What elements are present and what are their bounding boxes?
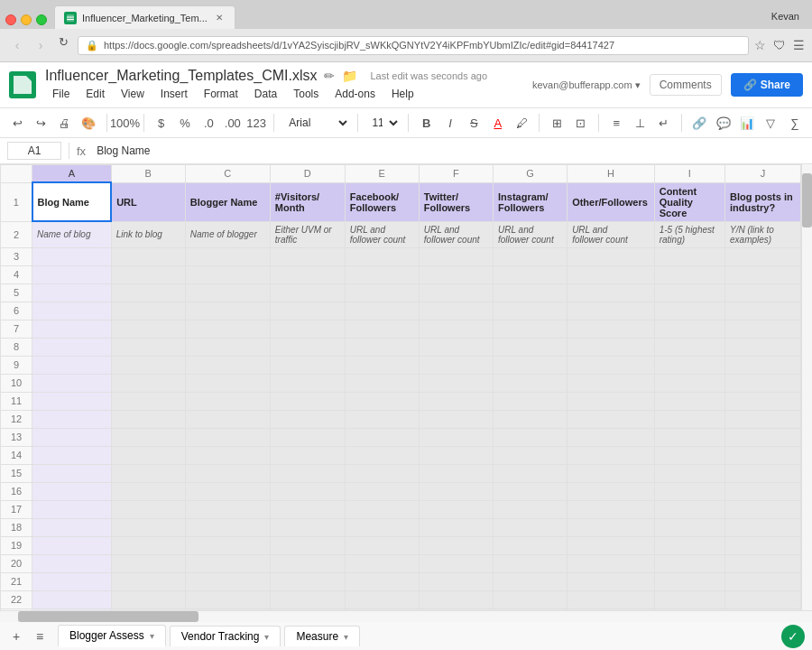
cell-H15[interactable]: [567, 464, 655, 482]
col-header-i[interactable]: I: [654, 165, 724, 183]
cell-D6[interactable]: [270, 302, 345, 320]
cell-H10[interactable]: [567, 374, 655, 392]
cell-I8[interactable]: [654, 338, 724, 356]
cell-E3[interactable]: [345, 247, 419, 265]
cell-I4[interactable]: [654, 265, 724, 283]
cell-J11[interactable]: [725, 392, 801, 410]
cell-D13[interactable]: [270, 428, 345, 446]
cell-H3[interactable]: [567, 247, 655, 265]
cell-H8[interactable]: [567, 338, 655, 356]
cell-C4[interactable]: [185, 265, 270, 283]
sheet-tab-vendor-tracking[interactable]: Vendor Tracking ▾: [170, 626, 281, 646]
cell-G7[interactable]: [493, 320, 567, 338]
cell-D5[interactable]: [270, 283, 345, 302]
cell-E14[interactable]: [345, 446, 419, 464]
cell-F20[interactable]: [419, 554, 493, 572]
font-selector[interactable]: Arial: [281, 114, 349, 132]
cell-F16[interactable]: [419, 482, 493, 500]
cell-H16[interactable]: [567, 482, 655, 500]
cell-F22[interactable]: [419, 590, 493, 608]
cell-I6[interactable]: [654, 302, 724, 320]
cell-B9[interactable]: [111, 356, 185, 374]
cell-A13[interactable]: [32, 428, 112, 446]
cell-D9[interactable]: [270, 356, 345, 374]
cell-C20[interactable]: [185, 554, 270, 572]
cell-C18[interactable]: [185, 518, 270, 536]
formula-icon[interactable]: fx: [77, 144, 86, 158]
cell-A17[interactable]: [32, 500, 112, 518]
cell-A21[interactable]: [32, 572, 112, 590]
cell-D19[interactable]: [270, 536, 345, 554]
cell-H20[interactable]: [567, 554, 655, 572]
paint-format-button[interactable]: 🎨: [78, 112, 98, 134]
close-button[interactable]: [5, 14, 16, 25]
cell-A4[interactable]: [32, 265, 112, 283]
cell-E19[interactable]: [345, 536, 419, 554]
cell-E16[interactable]: [345, 482, 419, 500]
cell-G21[interactable]: [493, 572, 567, 590]
cell-reference-input[interactable]: [7, 142, 61, 160]
cell-A1[interactable]: Blog Name: [32, 182, 112, 221]
cell-E15[interactable]: [345, 464, 419, 482]
cell-G11[interactable]: [493, 392, 567, 410]
cell-C8[interactable]: [185, 338, 270, 356]
cell-C11[interactable]: [185, 392, 270, 410]
cell-F10[interactable]: [419, 374, 493, 392]
cell-B3[interactable]: [111, 247, 185, 265]
cell-F9[interactable]: [419, 356, 493, 374]
cell-I2[interactable]: 1-5 (5 highestrating): [654, 221, 724, 247]
cell-B15[interactable]: [111, 464, 185, 482]
link-button[interactable]: 🔗: [689, 112, 709, 134]
cell-C13[interactable]: [185, 428, 270, 446]
cell-I19[interactable]: [654, 536, 724, 554]
filter-button[interactable]: ▽: [761, 112, 780, 134]
cell-A18[interactable]: [32, 518, 112, 536]
cell-J13[interactable]: [725, 428, 801, 446]
cell-H12[interactable]: [567, 410, 655, 428]
cell-B10[interactable]: [111, 374, 185, 392]
cell-A16[interactable]: [32, 482, 112, 500]
menu-view[interactable]: View: [114, 86, 152, 102]
currency-button[interactable]: $: [151, 112, 171, 134]
cell-A5[interactable]: [32, 283, 112, 302]
cell-J7[interactable]: [725, 320, 801, 338]
bold-button[interactable]: B: [416, 112, 436, 134]
highlight-color-button[interactable]: 🖊: [512, 112, 531, 134]
cell-G2[interactable]: URL andfollower count: [493, 221, 567, 247]
comments-button[interactable]: Comments: [650, 74, 722, 96]
cell-C7[interactable]: [185, 320, 270, 338]
cell-G16[interactable]: [493, 482, 567, 500]
cell-H22[interactable]: [567, 590, 655, 608]
cell-D11[interactable]: [270, 392, 345, 410]
back-button[interactable]: ‹: [7, 35, 27, 55]
cell-I16[interactable]: [654, 482, 724, 500]
cell-H2[interactable]: URL andfollower count: [567, 221, 655, 247]
percent-button[interactable]: %: [175, 112, 195, 134]
cell-E2[interactable]: URL andfollower count: [345, 221, 419, 247]
cell-E17[interactable]: [345, 500, 419, 518]
cell-A8[interactable]: [32, 338, 112, 356]
cell-I14[interactable]: [654, 446, 724, 464]
cell-G10[interactable]: [493, 374, 567, 392]
cell-D21[interactable]: [270, 572, 345, 590]
cell-E21[interactable]: [345, 572, 419, 590]
cell-A10[interactable]: [32, 374, 112, 392]
cell-C22[interactable]: [185, 590, 270, 608]
cell-C15[interactable]: [185, 464, 270, 482]
print-button[interactable]: 🖨: [55, 112, 75, 134]
cell-H5[interactable]: [567, 283, 655, 302]
menu-help[interactable]: Help: [384, 86, 421, 102]
cell-E6[interactable]: [345, 302, 419, 320]
chart-button[interactable]: 📊: [737, 112, 757, 134]
cell-G20[interactable]: [493, 554, 567, 572]
font-color-button[interactable]: A: [488, 112, 508, 134]
cell-G12[interactable]: [493, 410, 567, 428]
cell-F2[interactable]: URL andfollower count: [419, 221, 493, 247]
cell-I17[interactable]: [654, 500, 724, 518]
cell-G9[interactable]: [493, 356, 567, 374]
cell-I22[interactable]: [654, 590, 724, 608]
cell-F14[interactable]: [419, 446, 493, 464]
cell-E1[interactable]: Facebook/Followers: [345, 182, 419, 221]
scrollbar-thumb[interactable]: [802, 173, 812, 228]
sheet-list-button[interactable]: ≡: [31, 627, 49, 645]
